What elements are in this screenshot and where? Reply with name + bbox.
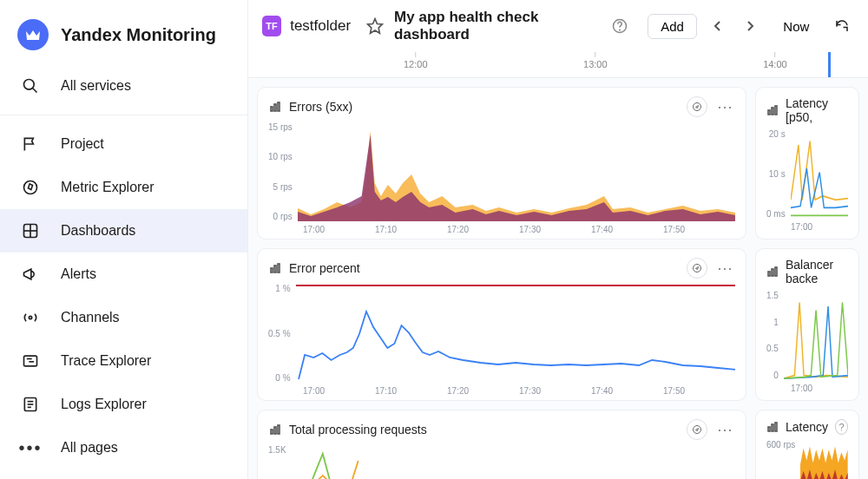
svg-point-6 [29,316,31,318]
panel-explore-button[interactable] [687,96,707,117]
sidebar-item-label: Project [61,136,104,152]
chart-plot[interactable] [784,291,848,380]
sidebar-item-project[interactable]: Project [0,122,247,166]
chart-icon [268,100,282,114]
chart-plot[interactable] [800,440,848,479]
sidebar: Yandex Monitoring All services Project M… [0,0,248,479]
dashboard-title: My app health check dashboard [394,9,601,43]
panel-latency: Latency ? 600 rps 400 rps [755,410,859,479]
brand-title: Yandex Monitoring [61,25,216,45]
chart-plot[interactable] [298,122,735,221]
svg-marker-14 [368,19,383,34]
sidebar-all-services[interactable]: All services [0,64,247,108]
chart-icon [268,261,282,275]
dashboard-body: Errors (5xx) ⋯ 15 rps 10 rps 5 rps 0 rps [248,78,868,479]
folder-badge: TF [262,16,281,36]
timeline-now-marker[interactable] [828,52,831,77]
svg-rect-18 [274,104,276,111]
svg-rect-28 [278,425,279,434]
y-axis: 1.5 1 0.5 0 [766,291,784,380]
chart-plot[interactable] [292,445,735,479]
sidebar-separator [0,115,247,115]
panel-title: Latency [p50, [786,96,848,124]
panel-menu-button[interactable]: ⋯ [714,258,735,279]
sidebar-item-alerts[interactable]: Alerts [0,253,247,296]
svg-point-16 [620,30,621,30]
topbar: TF testfolder My app health check dashbo… [248,0,868,52]
svg-rect-26 [271,430,273,434]
panel-title: Error percent [289,261,360,275]
svg-line-1 [33,89,37,93]
chart-icon [766,420,779,434]
compass-icon [21,178,40,197]
folder-name[interactable]: testfolder [290,17,351,35]
x-axis: 17:00 [766,380,848,393]
panel-menu-button[interactable]: ⋯ [714,96,735,117]
timeline[interactable]: 12:00 13:00 14:00 [248,52,868,78]
panel-menu-button[interactable]: ⋯ [714,419,735,440]
chart-icon [766,265,779,279]
svg-rect-19 [278,102,279,111]
help-button[interactable] [609,15,630,37]
panel-title: Balancer backe [786,258,848,285]
chart-plot[interactable] [791,129,848,219]
flag-icon [21,135,40,154]
panel-explore-button[interactable] [687,258,707,279]
sidebar-item-all-pages[interactable]: ••• All pages [0,426,247,469]
prev-button[interactable] [706,13,730,39]
broadcast-icon [21,308,40,327]
panel-latency-p50: Latency [p50, 20 s 10 s 0 ms [755,87,859,240]
brand: Yandex Monitoring [0,12,247,64]
sidebar-item-label: All services [61,78,131,94]
chart-icon [268,423,282,436]
chart-plot[interactable] [296,284,735,383]
x-axis: 17:0017:1017:2017:3017:4017:50 [268,221,735,234]
chevron-left-icon [713,20,723,32]
panel-title: Latency [786,420,828,434]
add-button[interactable]: Add [648,14,697,39]
panel-title: Errors (5xx) [289,100,352,114]
svg-rect-38 [775,423,777,431]
panel-explore-button[interactable] [687,419,707,440]
svg-rect-27 [274,427,276,434]
compass-icon [692,263,702,273]
next-button[interactable] [739,13,763,39]
sidebar-item-logs-explorer[interactable]: Logs Explorer [0,383,247,426]
refresh-button[interactable] [830,13,854,39]
svg-rect-30 [768,110,770,115]
help-icon[interactable]: ? [835,419,848,435]
panel-total-requests: Total processing requests ⋯ 1.5K 1K [257,410,746,479]
compass-icon [692,424,702,435]
refresh-icon [834,18,850,34]
svg-rect-35 [775,267,777,276]
panel-title: Total processing requests [289,423,427,436]
main: TF testfolder My app health check dashbo… [248,0,868,479]
sidebar-item-label: Logs Explorer [61,397,147,412]
help-icon [612,18,628,34]
sidebar-item-label: Metric Explorer [61,180,155,195]
crown-icon [25,29,41,41]
sidebar-item-channels[interactable]: Channels [0,296,247,339]
y-axis: 20 s 10 s 0 ms [766,129,791,219]
sidebar-item-metric-explorer[interactable]: Metric Explorer [0,166,247,209]
sidebar-item-trace-explorer[interactable]: Trace Explorer [0,339,247,383]
svg-rect-31 [772,108,773,115]
svg-rect-23 [278,264,279,272]
star-button[interactable] [365,15,385,37]
panel-balancer: Balancer backe 1.5 1 0.5 0 [755,248,859,401]
chart-icon [766,103,779,117]
y-axis: 1.5K 1K [268,445,292,479]
timeline-tick: 14:00 [763,52,787,69]
now-button[interactable]: Now [771,15,821,38]
svg-rect-21 [271,268,273,272]
y-axis: 600 rps 400 rps [766,440,800,479]
timeline-tick: 12:00 [404,52,428,69]
x-axis: 17:00 [766,219,848,232]
compass-icon [692,102,702,112]
brand-logo [17,19,49,50]
y-axis: 15 rps 10 rps 5 rps 0 rps [268,122,298,221]
svg-rect-34 [772,269,773,276]
sidebar-item-label: Alerts [61,266,96,282]
sidebar-item-dashboards[interactable]: Dashboards [0,209,247,253]
logs-icon [21,395,40,414]
